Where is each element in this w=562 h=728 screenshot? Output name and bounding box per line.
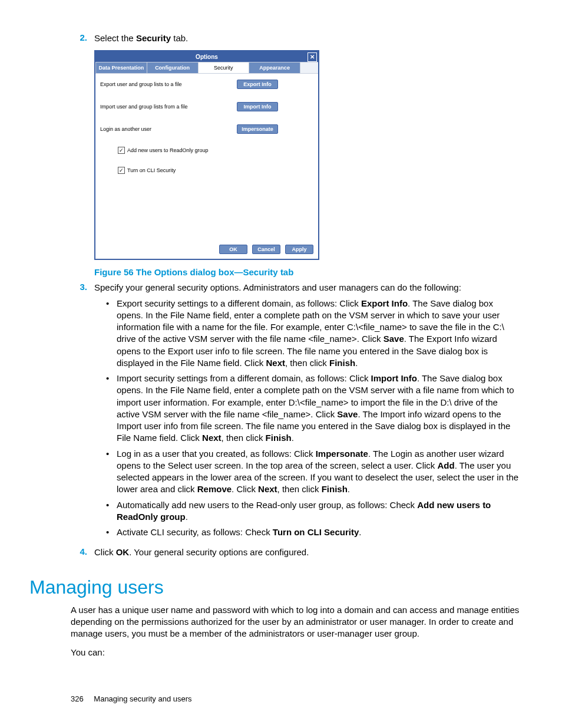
text: Select the	[94, 33, 136, 43]
text: Automatically add new users to the Read-…	[117, 500, 417, 510]
bold-text: OK	[116, 547, 130, 557]
impersonate-button[interactable]: Impersonate	[237, 124, 278, 134]
export-row: Export user and group lists to a file Ex…	[100, 80, 313, 89]
list-item: Import security settings from a differen…	[106, 373, 521, 444]
text: , then click	[222, 433, 266, 443]
body-paragraph: You can:	[71, 647, 521, 658]
step-body: Specify your general security options. A…	[94, 282, 521, 542]
step-text: Specify your general security options. A…	[94, 282, 461, 292]
page-number: 326	[71, 694, 84, 703]
bold-text: Add	[437, 460, 454, 470]
cli-security-row: ✓ Turn on CLI Security	[118, 167, 313, 174]
text: Log in as a user that you created, as fo…	[117, 449, 316, 459]
bold-text: Next	[202, 433, 222, 443]
bold-text: Turn on CLI Security	[273, 527, 359, 537]
ok-button[interactable]: OK	[219, 245, 247, 254]
dialog-titlebar: Options ✕	[95, 51, 318, 62]
bold-text: Finish	[329, 358, 355, 368]
dialog-body: Export user and group lists to a file Ex…	[95, 74, 318, 241]
bold-text: Import Info	[371, 373, 417, 383]
bullet-list: Export security settings to a different …	[106, 298, 521, 539]
export-label: Export user and group lists to a file	[100, 81, 237, 87]
list-item: Activate CLI security, as follows: Check…	[106, 526, 521, 538]
step-text: Click OK. Your general security options …	[94, 546, 521, 558]
bold-text: Next	[266, 358, 285, 368]
page: 2. Select the Security tab. Options ✕ Da…	[0, 0, 562, 727]
text: .	[355, 358, 358, 368]
text: , then click	[285, 358, 329, 368]
step-number: 3.	[71, 282, 94, 542]
footer-title: Managing security and users	[94, 694, 191, 703]
text: , then click	[277, 484, 322, 494]
bold-text: Finish	[322, 484, 348, 494]
text: Activate CLI security, as follows: Check	[117, 527, 273, 537]
bold-text: Export Info	[361, 298, 408, 308]
cli-security-label: Turn on CLI Security	[127, 167, 176, 173]
text: Import security settings from a differen…	[117, 373, 371, 383]
apply-button[interactable]: Apply	[285, 245, 313, 254]
text: . Click	[232, 484, 258, 494]
dialog-tabs: Data Presentation Configuration Security…	[95, 62, 318, 74]
text: Export security settings to a different …	[117, 298, 361, 308]
step-number: 2.	[71, 32, 94, 44]
text: tab.	[171, 33, 188, 43]
options-dialog: Options ✕ Data Presentation Configuratio…	[94, 50, 319, 260]
bold-text: Save	[384, 334, 404, 344]
step-number: 4.	[71, 546, 94, 558]
text: .	[348, 484, 350, 494]
bold-text: Save	[337, 409, 358, 419]
bold-text: Remove	[197, 484, 232, 494]
impersonate-row: Login as another user Impersonate	[100, 124, 313, 134]
page-footer: 326 Managing security and users	[71, 694, 521, 703]
close-icon[interactable]: ✕	[308, 52, 317, 62]
impersonate-label: Login as another user	[100, 126, 237, 132]
tab-configuration[interactable]: Configuration	[147, 62, 199, 73]
list-item: Export security settings to a different …	[106, 298, 521, 370]
step-2: 2. Select the Security tab.	[71, 32, 521, 44]
bold-text: Impersonate	[316, 449, 368, 459]
dialog-title: Options	[196, 54, 218, 60]
export-info-button[interactable]: Export Info	[237, 80, 278, 89]
text: .	[359, 527, 361, 537]
tab-security[interactable]: Security	[199, 62, 250, 73]
dialog-footer: OK Cancel Apply	[95, 241, 318, 259]
add-readonly-row: ✓ Add new users to ReadOnly group	[118, 147, 313, 154]
import-label: Import user and group lists from a file	[100, 104, 237, 110]
text: Click	[94, 547, 116, 557]
step-text: Select the Security tab.	[94, 32, 521, 44]
add-readonly-label: Add new users to ReadOnly group	[127, 147, 209, 153]
cancel-button[interactable]: Cancel	[252, 245, 280, 254]
bold-text: Next	[258, 484, 277, 494]
tab-appearance[interactable]: Appearance	[249, 62, 300, 73]
import-info-button[interactable]: Import Info	[237, 102, 278, 111]
ordered-steps-cont: 3. Specify your general security options…	[71, 282, 521, 558]
step-3: 3. Specify your general security options…	[71, 282, 521, 542]
bold-text: Security	[136, 33, 171, 43]
ordered-steps: 2. Select the Security tab.	[71, 32, 521, 44]
list-item: Automatically add new users to the Read-…	[106, 499, 521, 523]
list-item: Log in as a user that you created, as fo…	[106, 448, 521, 496]
text: .	[186, 512, 188, 522]
tab-spacer	[300, 62, 318, 73]
cli-security-checkbox[interactable]: ✓	[118, 167, 125, 174]
step-4: 4. Click OK. Your general security optio…	[71, 546, 521, 558]
bold-text: Finish	[266, 433, 292, 443]
add-readonly-checkbox[interactable]: ✓	[118, 147, 125, 154]
import-row: Import user and group lists from a file …	[100, 102, 313, 111]
text: .	[292, 433, 294, 443]
body-paragraph: A user has a unique user name and passwo…	[71, 604, 521, 640]
tab-data-presentation[interactable]: Data Presentation	[95, 62, 147, 73]
text: . Your general security options are conf…	[129, 547, 309, 557]
section-heading: Managing users	[29, 577, 521, 598]
figure-caption: Figure 56 The Options dialog box—Securit…	[94, 267, 521, 277]
